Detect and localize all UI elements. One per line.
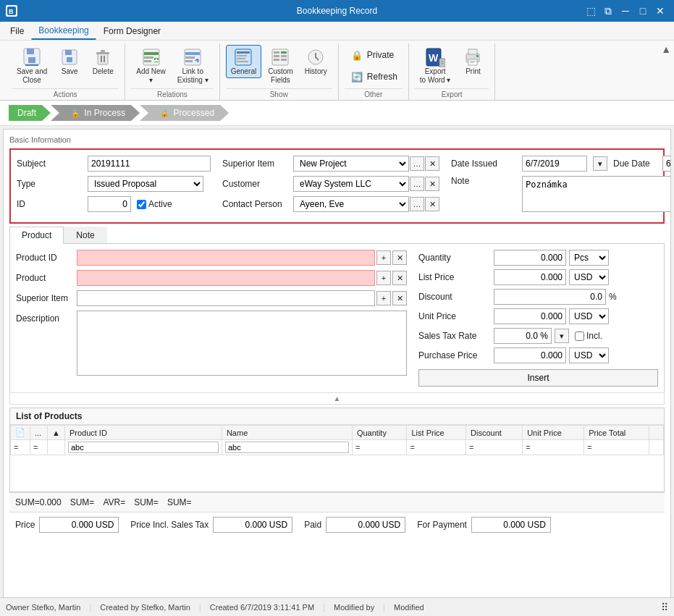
discount-input[interactable] — [494, 289, 606, 305]
product-id-clear[interactable]: ✕ — [392, 250, 407, 265]
product-superior-row: Superior Item + ✕ — [16, 290, 407, 306]
print-button[interactable]: Print — [457, 45, 489, 78]
subject-row: Subject — [17, 156, 211, 172]
quantity-unit-select[interactable]: Pcs — [569, 250, 609, 266]
product-add[interactable]: + — [376, 271, 391, 285]
menu-file[interactable]: File — [3, 23, 31, 39]
sum1-label: SUM=0.000 — [15, 497, 62, 507]
menu-form-designer[interactable]: Form Designer — [96, 23, 168, 39]
note-textarea[interactable]: Poznámka — [522, 176, 671, 212]
save-close-button[interactable]: Save andClose — [12, 45, 52, 87]
product-superior-add[interactable]: + — [376, 291, 391, 305]
panel-collapse-handle[interactable]: ▲ — [9, 392, 665, 405]
active-checkbox[interactable] — [137, 200, 146, 209]
superior-item-clear[interactable]: ✕ — [425, 156, 439, 171]
tab-note[interactable]: Note — [64, 227, 106, 243]
superior-item-select[interactable]: New Project — [293, 156, 409, 172]
minimize-btn[interactable]: ─ — [618, 4, 633, 18]
col-icon2: ... — [30, 426, 48, 440]
id-label: ID — [17, 199, 82, 209]
add-new-label: Add New▾ — [136, 67, 166, 85]
date-issued-arrow[interactable]: ▾ — [593, 156, 607, 171]
product-clear[interactable]: ✕ — [392, 271, 407, 285]
link-existing-button[interactable]: Link toExisting ▾ — [172, 45, 214, 87]
maximize-btn[interactable]: □ — [635, 4, 651, 18]
superior-item-dots[interactable]: … — [410, 156, 424, 171]
date-issued-input[interactable] — [522, 156, 587, 172]
product-input[interactable] — [77, 270, 375, 286]
status-resize-handle[interactable]: ⠿ — [661, 602, 668, 613]
close-btn[interactable]: ✕ — [652, 4, 668, 18]
customer-dots[interactable]: … — [410, 177, 424, 191]
col-sort[interactable]: ▲ — [48, 426, 65, 440]
custom-fields-button[interactable]: CustomFields — [263, 45, 298, 87]
type-select[interactable]: Issued Proposal — [88, 176, 203, 192]
unit-price-input[interactable] — [494, 308, 566, 324]
contact-person-clear[interactable]: ✕ — [425, 197, 439, 211]
id-input[interactable] — [88, 196, 131, 212]
tile-btn[interactable]: ⧉ — [600, 4, 616, 18]
workflow-draft[interactable]: Draft — [9, 105, 51, 121]
workflow-processed[interactable]: 🔒 Processed — [140, 105, 229, 121]
price-footer-forpayment-input[interactable] — [471, 517, 551, 533]
contact-person-dots[interactable]: … — [410, 197, 424, 211]
private-button[interactable]: 🔒 Private — [345, 45, 403, 65]
price-footer-price-input[interactable] — [39, 517, 119, 533]
customer-clear[interactable]: ✕ — [425, 177, 439, 191]
customer-select[interactable]: eWay System LLC — [293, 176, 409, 192]
due-date-input[interactable] — [662, 156, 671, 172]
incl-checkbox[interactable] — [575, 332, 584, 341]
contact-person-select[interactable]: Ayeen, Eve — [293, 196, 409, 212]
filter-icon2: = — [30, 440, 48, 455]
svg-rect-24 — [185, 60, 193, 62]
ribbon-group-show: General CustomFields History Show — [220, 43, 339, 100]
tab-product[interactable]: Product — [9, 227, 64, 244]
purchase-price-currency[interactable]: USD — [569, 347, 609, 363]
sales-tax-input[interactable] — [494, 328, 552, 344]
insert-button[interactable]: Insert — [418, 369, 658, 387]
menu-bookkeeping[interactable]: Bookkeeping — [31, 22, 96, 40]
type-select-wrap: Issued Proposal — [88, 176, 203, 192]
quantity-input[interactable] — [494, 250, 566, 266]
customer-row: Customer eWay System LLC … ✕ — [222, 176, 439, 192]
delete-button[interactable]: Delete — [87, 45, 119, 78]
filter-product-id-input[interactable] — [68, 442, 219, 453]
unit-price-label: Unit Price — [418, 311, 491, 321]
product-superior-input[interactable] — [77, 290, 375, 306]
svg-rect-31 — [274, 51, 279, 54]
private-label: Private — [367, 50, 394, 60]
sum4-label: SUM= — [167, 497, 192, 507]
price-footer-paid-input[interactable] — [326, 517, 405, 533]
unit-price-currency[interactable]: USD — [569, 308, 609, 324]
totals-row: SUM=0.000 SUM= AVR= SUM= SUM= — [9, 492, 665, 512]
status-created-date: Created 6/7/2019 3:11:41 PM — [210, 603, 314, 612]
list-price-row: List Price USD — [418, 269, 658, 285]
save-button[interactable]: Save — [54, 45, 85, 78]
svg-rect-20 — [154, 60, 159, 62]
purchase-price-input[interactable] — [494, 347, 566, 363]
status-sep4: | — [383, 603, 385, 612]
product-superior-clear[interactable]: ✕ — [392, 291, 407, 305]
table-empty-area — [10, 455, 664, 491]
product-id-add[interactable]: + — [376, 250, 391, 265]
list-price-input[interactable] — [494, 269, 566, 285]
history-button[interactable]: History — [300, 45, 332, 78]
type-label: Type — [17, 179, 82, 189]
description-input[interactable] — [77, 311, 407, 376]
restore-btn[interactable]: ⬚ — [583, 4, 599, 18]
save-close-icon — [22, 47, 42, 67]
title-bar: B Bookkeeping Record ⬚ ⧉ ─ □ ✕ — [0, 0, 674, 22]
filter-name-input[interactable] — [225, 442, 349, 453]
add-new-button[interactable]: Add New▾ — [131, 45, 171, 87]
filter-product-id — [64, 440, 222, 455]
sales-tax-arrow[interactable]: ▾ — [555, 329, 569, 343]
product-id-input[interactable] — [77, 250, 375, 266]
general-button[interactable]: General — [226, 45, 262, 78]
workflow-inprocess[interactable]: 🔒 In Process — [51, 105, 140, 121]
refresh-button[interactable]: 🔄 Refresh — [345, 67, 403, 87]
ribbon-collapse-btn[interactable]: ▲ — [661, 43, 671, 55]
export-word-button[interactable]: W Exportto Word ▾ — [415, 45, 456, 87]
subject-input[interactable] — [88, 156, 211, 172]
price-footer-incl-input[interactable] — [213, 517, 292, 533]
list-price-currency[interactable]: USD — [569, 269, 609, 285]
